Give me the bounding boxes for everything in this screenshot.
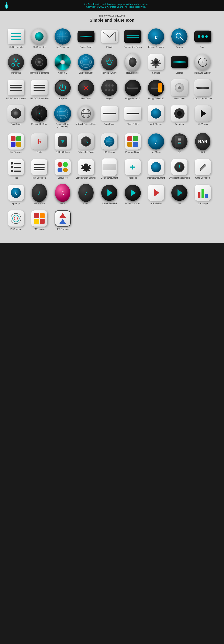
svg-point-11 xyxy=(17,64,20,66)
icon-item-write-document[interactable]: Write Document xyxy=(191,158,214,179)
icon-item-default-ico[interactable]: Default ico xyxy=(51,158,74,179)
icon-item-scanners[interactable]: scanners & cameras xyxy=(28,52,51,74)
icon-item-zip[interactable]: ZIP ZIP xyxy=(168,132,191,153)
icon-label: Floppy Drive3.5 xyxy=(125,97,140,100)
icon-item-control-panel[interactable]: Control Panel xyxy=(74,27,98,48)
icon-item-hard-drive[interactable]: Hard Drive xyxy=(168,78,191,100)
icon-item-config-settings[interactable]: Configuration Settings xyxy=(74,158,98,179)
icon-item-jpeg-image[interactable]: JPEG Image xyxy=(51,209,74,230)
icon-item-search[interactable]: Search xyxy=(168,27,191,48)
icon-label: Help And Support xyxy=(194,72,211,74)
icon-label: Network Drive (connected) xyxy=(51,123,74,128)
icon-label: My Recent Documents xyxy=(169,177,190,179)
icon-item-files[interactable]: Files xyxy=(4,158,28,179)
icon-label: My Music xyxy=(152,151,160,153)
icon-item-my-documents[interactable]: My Documents xyxy=(4,27,28,48)
icon-item-help-support[interactable]: + Help And Support xyxy=(191,52,214,74)
icon-item-printers-faxes[interactable]: Printers And Faxes xyxy=(121,27,144,48)
icon-label: My Networks xyxy=(57,46,69,48)
icon-item-web-folders[interactable]: Web Floders xyxy=(144,104,168,128)
icon-label: Hard Drive xyxy=(174,97,184,100)
icon-item-shutdown[interactable]: Shut Down xyxy=(74,78,98,100)
svg-marker-4 xyxy=(103,32,116,37)
icon-item-suspend[interactable]: Suspend xyxy=(51,78,74,100)
icon-item-open-folder[interactable]: Open Folder xyxy=(98,104,121,128)
icon-item-text-document[interactable]: Text Document xyxy=(28,158,51,179)
icon-item-wma-wma[interactable]: ♪ WMA/WMA xyxy=(28,183,51,205)
banner-warning: It is forbidden to use it business purpo… xyxy=(12,3,220,6)
icon-item-settings[interactable]: Settings xyxy=(144,52,168,74)
icon-item-scheduled-tasks[interactable]: Scheduled Tasks xyxy=(74,132,98,153)
icon-item-folder-options[interactable]: Folder Options xyxy=(51,132,74,153)
icon-item-run[interactable]: Run... xyxy=(191,27,214,48)
svg-rect-36 xyxy=(178,140,181,141)
icon-label: Program Group xyxy=(125,151,140,153)
icon-item-cddvd[interactable]: CD/DVD-ROM Drive xyxy=(191,78,214,100)
icon-item-rar[interactable]: RAR RAR xyxy=(191,132,214,153)
icon-item-ram-drive[interactable]: RAM Drive xyxy=(4,104,28,128)
icon-item-default-document[interactable]: Default Document xyxy=(98,158,121,179)
icon-item-recycle-full[interactable]: Recycle (Full) xyxy=(121,52,144,74)
icon-label: URL History xyxy=(104,151,115,153)
icon-item-my-pictures[interactable]: My Pictures xyxy=(4,132,28,153)
icon-item-email[interactable]: E-Mail xyxy=(98,27,121,48)
icon-item-floppy525[interactable]: Floppy Drive5.25 xyxy=(144,78,168,100)
icon-item-ie[interactable]: e Internet Explorer xyxy=(144,27,168,48)
icon-item-recycle-empty[interactable]: Recycle (Empty) xyxy=(98,52,121,74)
icon-item-my-music[interactable]: ♪ My Music xyxy=(144,132,168,153)
flame-icon xyxy=(4,2,9,9)
icon-item-my-videos[interactable]: My Videos xyxy=(191,104,214,128)
icon-item-mp3mp4[interactable]: ♫ mp3/mp4 xyxy=(4,183,28,205)
icon-item-internet-document[interactable]: Internet Document xyxy=(144,158,168,179)
icon-label: My Documents xyxy=(9,46,23,48)
icon-label: RAR xyxy=(200,151,205,153)
icon-item-wvx-asx[interactable]: WVX/ASX/WAV xyxy=(121,183,144,205)
icon-item-floppy35[interactable]: Floppy Drive3.5 xyxy=(121,78,144,100)
icon-label: Audio CD xyxy=(58,72,67,74)
icon-label: Removable Drive xyxy=(31,123,48,125)
icon-label: WVX/ASX/WAV xyxy=(125,202,140,205)
icon-label: ZIP xyxy=(178,151,181,153)
icon-item-rm-rmb-rm[interactable]: rmRMB/RM xyxy=(144,183,168,205)
icon-item-msdos-batch[interactable]: MS-DOS Batch File xyxy=(28,78,51,100)
svg-point-9 xyxy=(15,58,18,61)
icon-item-fonts[interactable]: F Fonts xyxy=(28,132,51,153)
icon-item-entire-network[interactable]: Entire Network xyxy=(74,52,98,74)
icon-item-desktop[interactable]: Desktop xyxy=(168,52,191,74)
icon-label: WMA/WMA xyxy=(34,202,45,205)
icon-label: Web Floders xyxy=(150,123,162,125)
main-container: http://www.ui-club.com Simple and plane … xyxy=(0,11,224,243)
icon-item-workgroup[interactable]: Workgroup xyxy=(4,52,28,74)
icon-label: Control Panel xyxy=(80,46,93,48)
icon-item-audio-cd[interactable]: Audio CD xyxy=(51,52,74,74)
icon-item-msdos-app[interactable]: MS-DOS Application xyxy=(4,78,28,100)
svg-marker-5 xyxy=(103,32,116,41)
icon-item-removable-drive[interactable]: Removable Drive xyxy=(28,104,51,128)
icon-item-my-recent-docs[interactable]: My Recent Documents xyxy=(168,158,191,179)
icon-item-gif-image[interactable]: GIF Image xyxy=(191,183,214,205)
icon-item-logoff[interactable]: Log off xyxy=(98,78,121,100)
icon-item-url-history[interactable]: URL History xyxy=(98,132,121,153)
icon-label: Scheduled Tasks xyxy=(78,151,94,153)
icon-item-bmp-image[interactable]: BMP Image xyxy=(28,209,51,230)
icon-label: scanners & cameras xyxy=(30,72,49,74)
icon-item-ogm[interactable]: ♪ OGM xyxy=(74,183,98,205)
icon-item-png-image[interactable]: PNG Image xyxy=(4,209,28,230)
icon-item-program-group[interactable]: Program Group xyxy=(121,132,144,153)
svg-point-23 xyxy=(57,108,68,119)
icon-item-close-folder[interactable]: Close Folder xyxy=(121,104,144,128)
icon-label: My Pictures xyxy=(11,151,22,153)
icon-item-midi[interactable]: ♫ MIDI xyxy=(51,183,74,205)
svg-line-8 xyxy=(180,38,183,40)
icon-item-my-computer[interactable]: My Computer xyxy=(28,27,51,48)
icon-item-network-drive-offline[interactable]: Network Drive (offline) xyxy=(74,104,98,128)
icon-item-avi-mpeg[interactable]: AVI/MPG/MPEG xyxy=(98,183,121,205)
icon-item-help-file[interactable]: + Help File xyxy=(121,158,144,179)
icon-label: PNG Image xyxy=(11,228,22,230)
icon-label: JPEG Image xyxy=(57,228,69,230)
icon-item-favorites[interactable]: Favorites xyxy=(168,104,191,128)
icon-label: Internet Explorer xyxy=(148,46,164,48)
icon-item-my-networks[interactable]: My Networks xyxy=(51,27,74,48)
icon-item-network-drive-connected[interactable]: Network Drive (connected) xyxy=(51,104,74,128)
icon-item-au[interactable]: AU xyxy=(168,183,191,205)
